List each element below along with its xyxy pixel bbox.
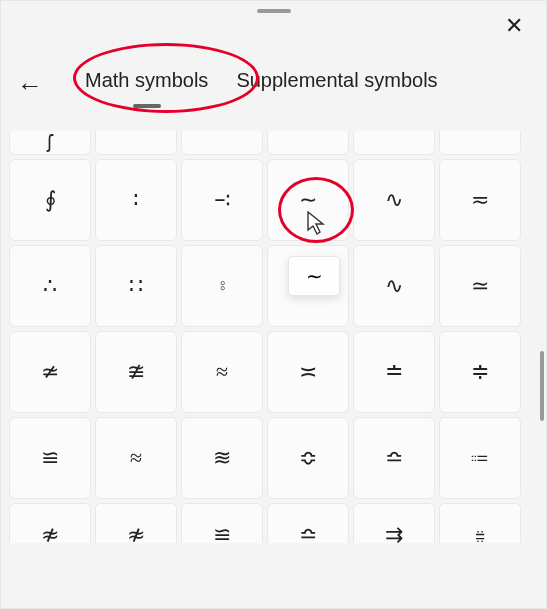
symbol-button[interactable]: ∹ — [181, 159, 263, 241]
symbol-button[interactable]: ≑ — [439, 331, 521, 413]
symbol-button[interactable]: ∶ — [95, 159, 177, 241]
symbol-row: ≌ ≈ ≋ ≎ ≏ ⩴ — [9, 417, 532, 499]
symbol-picker-panel: ✕ ← Math symbols Supplemental symbols ʃ … — [0, 0, 547, 609]
symbol-button[interactable]: ∿ — [353, 245, 435, 327]
symbol-button[interactable]: ≏ — [353, 417, 435, 499]
symbol-button[interactable]: ⇉ — [353, 503, 435, 543]
tooltip-symbol: ∼ — [306, 264, 323, 288]
symbol-button[interactable]: ≂ — [439, 159, 521, 241]
symbol-button[interactable] — [267, 131, 349, 155]
symbol-button[interactable]: ∷ — [95, 245, 177, 327]
close-icon: ✕ — [505, 13, 523, 38]
symbol-row-partial: ʃ — [9, 131, 532, 155]
symbol-button[interactable]: ⩷ — [439, 503, 521, 543]
symbol-button[interactable]: ≃ — [439, 245, 521, 327]
close-button[interactable]: ✕ — [502, 15, 526, 39]
symbol-button[interactable]: ≍ — [267, 331, 349, 413]
symbol-button[interactable]: ∮ — [9, 159, 91, 241]
symbol-button[interactable]: ⩴ — [439, 417, 521, 499]
scrollbar-thumb[interactable] — [540, 351, 544, 421]
symbol-button[interactable]: ≋ — [181, 417, 263, 499]
symbol-button[interactable]: ≈ — [181, 331, 263, 413]
symbol-button[interactable]: ≏ — [267, 503, 349, 543]
symbol-button[interactable]: ʃ — [9, 131, 91, 155]
symbol-button[interactable]: ≌ — [9, 417, 91, 499]
symbol-row: ∴ ∷ ⦂ ∿ ≃ — [9, 245, 532, 327]
symbol-button[interactable]: ≐ — [353, 331, 435, 413]
symbol-button[interactable]: ∼ — [267, 159, 349, 241]
symbol-button[interactable]: ≉ — [9, 503, 91, 543]
symbol-row: ≉ ≉ ≌ ≏ ⇉ ⩷ — [9, 503, 532, 543]
symbol-button[interactable]: ∿ — [353, 159, 435, 241]
symbol-button[interactable] — [353, 131, 435, 155]
symbol-button[interactable] — [439, 131, 521, 155]
symbol-button[interactable]: ≄ — [9, 331, 91, 413]
symbol-button[interactable]: ⦂ — [181, 245, 263, 327]
symbol-button[interactable]: ≈ — [95, 417, 177, 499]
symbol-button[interactable]: ≌ — [181, 503, 263, 543]
symbol-row: ≄ ≇ ≈ ≍ ≐ ≑ — [9, 331, 532, 413]
symbol-grid-viewport: ʃ ∮ ∶ ∹ ∼ ∿ ≂ ∴ ∷ ⦂ ∿ ≃ ≄ ≇ ≈ ≍ — [9, 131, 532, 602]
symbol-button[interactable]: ∴ — [9, 245, 91, 327]
category-tabs: Math symbols Supplemental symbols — [85, 69, 438, 102]
symbol-button[interactable] — [95, 131, 177, 155]
symbol-button[interactable]: ≎ — [267, 417, 349, 499]
symbol-row: ∮ ∶ ∹ ∼ ∿ ≂ — [9, 159, 532, 241]
tab-math-symbols[interactable]: Math symbols — [85, 69, 208, 102]
arrow-left-icon: ← — [17, 70, 43, 100]
back-button[interactable]: ← — [1, 70, 49, 101]
symbol-button[interactable] — [181, 131, 263, 155]
tab-supplemental-symbols[interactable]: Supplemental symbols — [236, 69, 437, 102]
symbol-button[interactable]: ≇ — [95, 331, 177, 413]
drag-handle[interactable] — [257, 9, 291, 13]
symbol-button[interactable]: ≉ — [95, 503, 177, 543]
symbol-preview-tooltip: ∼ — [288, 256, 340, 296]
header: ← Math symbols Supplemental symbols — [1, 57, 546, 113]
